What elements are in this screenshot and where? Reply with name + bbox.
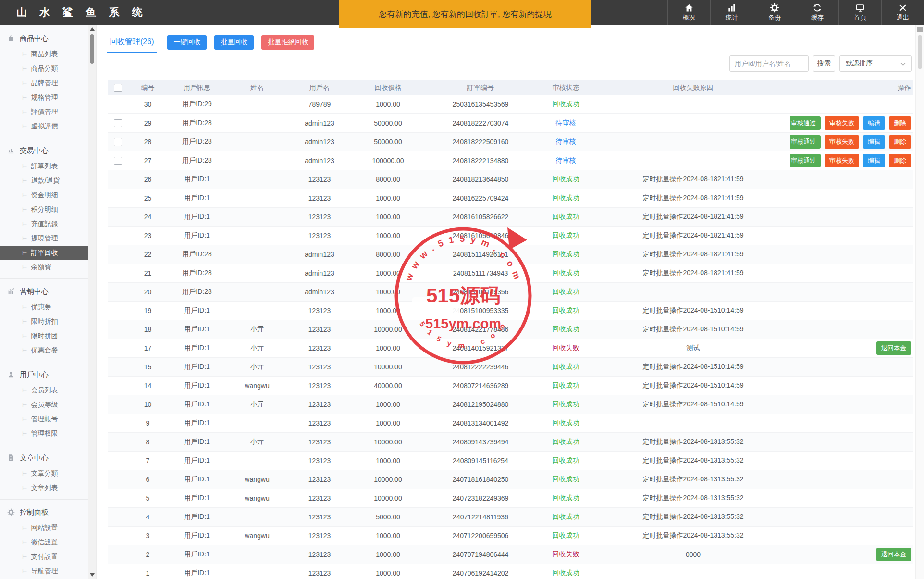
edit-button[interactable]: 编辑 [863, 135, 885, 149]
sidebar-item-限時折扣[interactable]: ⊢限時折扣 [0, 315, 88, 329]
header-action-overview[interactable]: 概况 [667, 0, 710, 25]
page-scrollbar-thumb[interactable] [918, 35, 922, 69]
search-button[interactable]: 搜索 [813, 55, 835, 72]
sidebar-item-訂單回收[interactable]: ⊢訂單回收 [0, 246, 88, 260]
header-action-cache[interactable]: 缓存 [796, 0, 838, 25]
header-action-backup[interactable]: 备份 [753, 0, 796, 25]
sidebar-item-优惠券[interactable]: ⊢优惠券 [0, 300, 88, 315]
approve-button[interactable]: 审核通过 [790, 154, 821, 167]
sidebar-item-退款/退貨[interactable]: ⊢退款/退貨 [0, 174, 88, 188]
fail-button[interactable]: 审核失败 [825, 154, 859, 167]
sidebar-section-users[interactable]: 用戶中心 [0, 366, 88, 383]
sidebar-item-优惠套餐[interactable]: ⊢优惠套餐 [0, 343, 88, 358]
sidebar-item-资金明细[interactable]: ⊢资金明细 [0, 188, 88, 202]
row-name [226, 283, 288, 301]
row-username: 123123 [288, 508, 351, 526]
row-fail-reason: 0000 [596, 545, 790, 564]
header-action-homepage[interactable]: 首頁 [838, 0, 881, 25]
sidebar-item-余額寶[interactable]: ⊢余額寶 [0, 260, 88, 275]
sidebar-item-label: 资金明细 [31, 191, 58, 200]
header-action-logout[interactable]: 退出 [881, 0, 924, 25]
search-input[interactable] [729, 55, 809, 72]
sidebar-item-提現管理[interactable]: ⊢提現管理 [0, 231, 88, 246]
sort-select[interactable]: 默認排序 [839, 55, 912, 72]
sidebar-item-訂單列表[interactable]: ⊢訂單列表 [0, 159, 88, 174]
sidebar-item-文章分類[interactable]: ⊢文章分類 [0, 466, 88, 481]
sidebar-item-规格管理[interactable]: ⊢规格管理 [0, 90, 88, 105]
select-all-checkbox[interactable] [114, 84, 122, 92]
row-fail-reason [596, 114, 790, 132]
page-scrollbar[interactable] [915, 25, 924, 579]
home-icon [684, 3, 694, 13]
batch-recycle-button[interactable]: 批量回收 [214, 35, 254, 50]
sidebar-item-支付設置[interactable]: ⊢支付設置 [0, 550, 88, 564]
row-checkbox[interactable] [114, 157, 122, 165]
fail-button[interactable]: 审核失败 [825, 135, 859, 149]
row-checkbox[interactable] [114, 138, 122, 146]
tab-recycle-management[interactable]: 回收管理(26) [107, 31, 157, 53]
sidebar-item-品牌管理[interactable]: ⊢品牌管理 [0, 76, 88, 90]
sidebar-scrollbar[interactable] [88, 25, 96, 579]
edit-button[interactable]: 编辑 [863, 116, 885, 130]
sidebar-item-商品分類[interactable]: ⊢商品分類 [0, 62, 88, 76]
fail-button[interactable]: 审核失败 [825, 116, 859, 130]
one-key-recycle-button[interactable]: 一键回收 [167, 35, 207, 50]
table-header-cell: 姓名 [226, 80, 288, 95]
row-price: 1000.00 [351, 395, 425, 414]
sidebar-item-导航管理[interactable]: ⊢导航管理 [0, 564, 88, 579]
row-id: 21 [127, 264, 168, 282]
row-order-no: 240706192414202 [425, 564, 536, 579]
sidebar-section-control[interactable]: 控制面板 [0, 503, 88, 521]
row-checkbox-cell [108, 339, 127, 357]
row-checkbox-cell [108, 527, 127, 545]
notification-banner[interactable]: 您有新的充值, 您有新的回收訂單, 您有新的提現 [339, 0, 591, 28]
scroll-up-arrow-icon[interactable] [88, 25, 96, 33]
sidebar-menu: 商品中心⊢商品列表⊢商品分類⊢品牌管理⊢规格管理⊢評價管理⊢虛拟評價交易中心⊢訂… [0, 25, 88, 579]
sidebar-item-充值記錄[interactable]: ⊢充值記錄 [0, 217, 88, 231]
sidebar-item-文章列表[interactable]: ⊢文章列表 [0, 481, 88, 495]
delete-button[interactable]: 删除 [889, 116, 911, 130]
header-action-label: 缓存 [811, 13, 824, 22]
sidebar-scrollbar-thumb[interactable] [90, 34, 94, 64]
sidebar-item-微信設置[interactable]: ⊢微信設置 [0, 535, 88, 550]
sidebar-item-商品列表[interactable]: ⊢商品列表 [0, 47, 88, 62]
scroll-down-arrow-icon[interactable] [88, 571, 96, 579]
sidebar-section-articles[interactable]: 文章中心 [0, 449, 88, 466]
refund-button[interactable]: 退回本金 [876, 341, 911, 355]
tree-branch-icon: ⊢ [22, 192, 27, 199]
row-name [226, 170, 288, 189]
sidebar-item-限时拼团[interactable]: ⊢限时拼团 [0, 329, 88, 343]
table-row: 23用戶ID:11231231000.00240816105610846回收成功… [108, 227, 913, 245]
doc-icon [7, 454, 15, 462]
sidebar-item-积分明细[interactable]: ⊢积分明细 [0, 202, 88, 217]
row-user-info: 用戶ID:1 [168, 227, 226, 245]
sidebar-item-会员列表[interactable]: ⊢会员列表 [0, 383, 88, 398]
sidebar-item-label: 微信設置 [31, 538, 58, 547]
header-action-stats[interactable]: 统计 [710, 0, 753, 25]
row-user-info: 用戶ID:1 [168, 489, 226, 507]
row-username: 789789 [288, 95, 351, 113]
sidebar-item-网站設置[interactable]: ⊢网站設置 [0, 521, 88, 535]
row-status-badge: 回收成功 [536, 452, 596, 470]
delete-button[interactable]: 删除 [889, 154, 911, 167]
sidebar-item-管理权限[interactable]: ⊢管理权限 [0, 427, 88, 441]
sidebar-section-marketing[interactable]: 营销中心 [0, 283, 88, 300]
sidebar-item-評價管理[interactable]: ⊢評價管理 [0, 105, 88, 119]
table-row: 18用戶ID:1小亓12312310000.00240814221778486回… [108, 320, 913, 339]
batch-reject-recycle-button[interactable]: 批量拒絕回收 [261, 35, 314, 50]
row-checkbox-cell [108, 189, 127, 207]
page-scroll-up-button[interactable] [917, 27, 923, 32]
refund-button[interactable]: 退回本金 [876, 548, 911, 561]
edit-button[interactable]: 编辑 [863, 154, 885, 167]
row-checkbox[interactable] [114, 119, 122, 127]
sidebar-item-会员等级[interactable]: ⊢会员等级 [0, 398, 88, 412]
sidebar-section-products[interactable]: 商品中心 [0, 30, 88, 47]
tab-bar: 回收管理(26) 一键回收 批量回收 批量拒絕回收 [107, 32, 910, 53]
sidebar-item-管理帳号[interactable]: ⊢管理帳号 [0, 412, 88, 427]
delete-button[interactable]: 删除 [889, 135, 911, 149]
approve-button[interactable]: 审核通过 [790, 135, 821, 149]
sidebar-item-虛拟評價[interactable]: ⊢虛拟評價 [0, 119, 88, 134]
row-checkbox-cell [108, 283, 127, 301]
approve-button[interactable]: 审核通过 [790, 116, 821, 130]
sidebar-section-trade[interactable]: 交易中心 [0, 142, 88, 159]
